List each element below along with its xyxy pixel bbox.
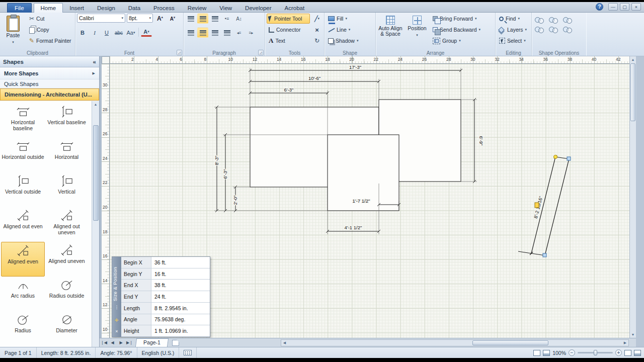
overflow-dots-icon[interactable]: ⋮ xyxy=(113,304,120,311)
scroll-up-icon[interactable]: ▲ xyxy=(630,56,636,63)
shrink-font-button[interactable] xyxy=(167,14,178,24)
sp-row-value[interactable]: 38 ft. xyxy=(151,280,210,291)
align-right-button[interactable] xyxy=(209,14,220,24)
align-center-button[interactable] xyxy=(197,14,208,24)
shape-operation-icon[interactable] xyxy=(547,25,560,34)
select-button[interactable]: Select▾ xyxy=(497,36,530,46)
text-direction-button[interactable]: A↕ xyxy=(233,14,245,24)
zoom-slider[interactable] xyxy=(578,352,613,353)
stencil-item-aligned-even[interactable]: Aligned even xyxy=(1,242,45,277)
selection-handle-end[interactable] xyxy=(567,157,571,160)
shapes-panel-scrollbar[interactable]: ▲ xyxy=(92,101,99,347)
insert-page-icon[interactable] xyxy=(172,340,179,346)
format-painter-button[interactable]: Format Painter xyxy=(27,36,73,46)
normal-view-icon[interactable] xyxy=(533,350,540,356)
font-family-combo[interactable]: Calibri▾ xyxy=(77,14,125,23)
tab-acrobat[interactable]: Acrobat xyxy=(278,4,311,13)
bring-forward-button[interactable]: Bring Forward▾ xyxy=(431,14,482,24)
scroll-left-icon[interactable]: ◀ xyxy=(281,340,288,346)
underline-button[interactable]: U xyxy=(101,28,112,38)
previous-page-button[interactable]: ◀ xyxy=(108,339,117,347)
page-tab[interactable]: Page-1 xyxy=(135,338,169,347)
line-tool-button[interactable]: ▾ xyxy=(311,14,323,24)
shape-operation-icon[interactable] xyxy=(533,25,546,34)
sp-row-value[interactable]: 24 ft. xyxy=(151,291,210,302)
rotate-text-button[interactable] xyxy=(311,36,323,46)
scroll-up-icon[interactable]: ▲ xyxy=(92,101,99,108)
shape-operation-icon[interactable] xyxy=(561,25,575,34)
tab-view[interactable]: View xyxy=(213,4,238,13)
status-language[interactable]: English (U.S.) xyxy=(137,347,180,358)
stencil-item-radius[interactable]: Radius xyxy=(1,311,45,346)
tab-review[interactable]: Review xyxy=(181,4,213,13)
size-position-titlebar[interactable]: Size & Position ⋮ ✛ × xyxy=(112,257,121,337)
tab-home[interactable]: Home xyxy=(34,3,63,13)
bullets-button[interactable]: •≡ xyxy=(221,14,232,24)
fullscreen-view-icon[interactable] xyxy=(543,350,550,356)
stencil-item-aligned-uneven[interactable]: Aligned uneven xyxy=(45,242,89,277)
stencil-item-horizontal-baseline[interactable]: Horizontal baseline xyxy=(1,103,45,138)
zoom-in-icon[interactable]: + xyxy=(615,349,622,356)
auto-align-button[interactable]: Auto Align & Space xyxy=(377,14,404,48)
stencil-tab-dimensioning[interactable]: Dimensioning - Architectural (U... xyxy=(0,88,99,101)
pointer-tool-button[interactable]: Pointer Tool xyxy=(267,14,310,24)
align-left-button[interactable] xyxy=(185,14,196,24)
stencil-item-diameter[interactable]: Diameter xyxy=(45,311,89,346)
fit-page-icon[interactable] xyxy=(624,350,631,356)
stencil-item-aligned-out-uneven[interactable]: Aligned out uneven xyxy=(45,207,89,242)
italic-button[interactable]: I xyxy=(89,28,100,38)
minimize-button[interactable]: — xyxy=(608,3,618,11)
grow-font-button[interactable] xyxy=(154,14,166,24)
help-icon[interactable]: ? xyxy=(596,3,603,11)
tab-process[interactable]: Process xyxy=(147,4,181,13)
shadow-button[interactable]: Shadow▾ xyxy=(326,36,374,46)
font-size-combo[interactable]: 8pt.▾ xyxy=(127,14,153,23)
collapse-panel-icon[interactable]: « xyxy=(93,59,96,65)
close-panel-icon[interactable]: × xyxy=(113,328,120,335)
shape-operation-icon[interactable] xyxy=(547,16,560,24)
tab-file[interactable]: File xyxy=(7,3,32,13)
status-angle[interactable]: Angle: 75.96° xyxy=(96,347,137,358)
stencil-item-arc-radius[interactable]: Arc radius xyxy=(1,277,45,311)
align-top-button[interactable] xyxy=(185,28,196,38)
scroll-down-icon[interactable]: ▼ xyxy=(630,331,636,338)
sp-row-value[interactable]: 8 ft. 2.9545 in. xyxy=(151,303,210,314)
macro-record-button[interactable] xyxy=(179,347,197,358)
strikethrough-button[interactable]: abc xyxy=(113,28,124,38)
connector-button[interactable]: Connector xyxy=(267,25,310,35)
first-page-button[interactable]: ❘◀ xyxy=(100,339,108,347)
connection-point-button[interactable] xyxy=(311,25,323,35)
tab-design[interactable]: Design xyxy=(91,4,122,13)
status-page-info[interactable]: Page 1 of 1 xyxy=(0,347,37,358)
control-handle-icon[interactable] xyxy=(554,155,557,159)
stencil-item-vertical-outside[interactable]: Vertical outside xyxy=(1,172,45,207)
increase-indent-button[interactable]: ≡▸ xyxy=(246,28,257,38)
position-button[interactable]: Position ▾ xyxy=(406,14,429,48)
shape-operation-icon[interactable] xyxy=(561,16,575,24)
selected-aligned-dimension[interactable] xyxy=(518,155,569,255)
stencil-item-radius-outside[interactable]: Radius outside xyxy=(45,277,89,311)
tab-developer[interactable]: Developer xyxy=(238,4,278,13)
sp-row-value[interactable]: 1 ft. 1.0969 in. xyxy=(151,325,210,336)
stencil-item-horizontal-outside[interactable]: Horizontal outside xyxy=(1,138,45,172)
tab-data[interactable]: Data xyxy=(122,4,147,13)
copy-button[interactable]: Copy xyxy=(27,25,73,35)
layers-button[interactable]: Layers▾ xyxy=(497,25,530,35)
align-bottom-button[interactable] xyxy=(209,28,220,38)
status-length[interactable]: Length: 8 ft. 2.955 in. xyxy=(37,347,96,358)
shape-operation-icon[interactable] xyxy=(533,16,546,24)
drawing-page[interactable]: 17'-3" 10'-6" 6'-3" 8'-3" 6'-3" 2'-0" 1'… xyxy=(110,64,629,338)
next-page-button[interactable]: ▶ xyxy=(117,339,125,347)
scroll-right-icon[interactable]: ▶ xyxy=(622,340,628,346)
line-button[interactable]: Line▾ xyxy=(326,25,374,35)
tab-insert[interactable]: Insert xyxy=(63,4,91,13)
zoom-slider-handle[interactable] xyxy=(594,350,597,355)
stencil-item-vertical-baseline[interactable]: Vertical baseline xyxy=(45,103,89,138)
find-button[interactable]: Find▾ xyxy=(497,14,530,24)
stencil-item-vertical[interactable]: Vertical xyxy=(45,172,89,207)
sp-row-value[interactable]: 16 ft. xyxy=(151,268,210,280)
vertical-scrollbar[interactable]: ▲ ▼ xyxy=(629,56,636,338)
sp-row-value[interactable]: 75.9638 deg. xyxy=(151,314,210,325)
sp-row-value[interactable]: 36 ft. xyxy=(151,257,210,268)
bold-button[interactable]: B xyxy=(77,28,88,38)
